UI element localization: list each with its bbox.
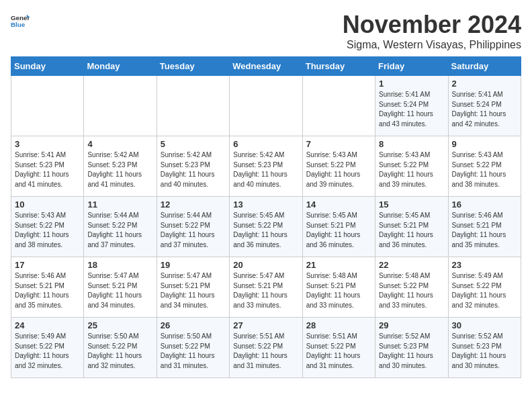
calendar-cell: 21Sunrise: 5:48 AM Sunset: 5:21 PM Dayli… bbox=[302, 257, 375, 318]
calendar-cell: 11Sunrise: 5:44 AM Sunset: 5:22 PM Dayli… bbox=[84, 197, 157, 257]
day-info: Sunrise: 5:41 AM Sunset: 5:23 PM Dayligh… bbox=[15, 150, 80, 189]
day-info: Sunrise: 5:48 AM Sunset: 5:21 PM Dayligh… bbox=[306, 271, 371, 310]
day-number: 28 bbox=[306, 320, 371, 330]
day-number: 2 bbox=[452, 79, 517, 89]
day-info: Sunrise: 5:42 AM Sunset: 5:23 PM Dayligh… bbox=[233, 150, 298, 189]
day-number: 24 bbox=[15, 320, 80, 330]
calendar-cell: 8Sunrise: 5:43 AM Sunset: 5:22 PM Daylig… bbox=[375, 136, 448, 197]
calendar-cell: 17Sunrise: 5:46 AM Sunset: 5:21 PM Dayli… bbox=[11, 257, 84, 318]
day-info: Sunrise: 5:43 AM Sunset: 5:22 PM Dayligh… bbox=[452, 150, 517, 189]
day-number: 1 bbox=[379, 79, 444, 89]
calendar-cell: 1Sunrise: 5:41 AM Sunset: 5:24 PM Daylig… bbox=[375, 76, 448, 136]
day-number: 9 bbox=[452, 139, 517, 149]
page-header: General Blue November 2024 Sigma, Wester… bbox=[11, 11, 521, 51]
calendar-cell bbox=[84, 76, 157, 136]
day-number: 22 bbox=[379, 260, 444, 270]
calendar-cell: 23Sunrise: 5:49 AM Sunset: 5:22 PM Dayli… bbox=[448, 257, 521, 318]
day-info: Sunrise: 5:47 AM Sunset: 5:21 PM Dayligh… bbox=[233, 271, 298, 310]
calendar-week-3: 10Sunrise: 5:43 AM Sunset: 5:22 PM Dayli… bbox=[11, 197, 521, 257]
day-info: Sunrise: 5:51 AM Sunset: 5:22 PM Dayligh… bbox=[306, 332, 371, 371]
calendar-cell: 6Sunrise: 5:42 AM Sunset: 5:23 PM Daylig… bbox=[230, 136, 302, 197]
calendar-cell: 15Sunrise: 5:45 AM Sunset: 5:21 PM Dayli… bbox=[375, 197, 448, 257]
day-info: Sunrise: 5:45 AM Sunset: 5:22 PM Dayligh… bbox=[233, 211, 298, 250]
svg-text:Blue: Blue bbox=[11, 21, 26, 28]
calendar-week-5: 24Sunrise: 5:49 AM Sunset: 5:22 PM Dayli… bbox=[11, 318, 521, 378]
weekday-header-thursday: Thursday bbox=[302, 57, 375, 76]
day-number: 30 bbox=[452, 320, 517, 330]
day-info: Sunrise: 5:48 AM Sunset: 5:22 PM Dayligh… bbox=[379, 271, 444, 310]
calendar-cell: 13Sunrise: 5:45 AM Sunset: 5:22 PM Dayli… bbox=[230, 197, 302, 257]
day-number: 14 bbox=[306, 199, 371, 210]
weekday-header-row: SundayMondayTuesdayWednesdayThursdayFrid… bbox=[11, 57, 521, 76]
day-info: Sunrise: 5:46 AM Sunset: 5:21 PM Dayligh… bbox=[15, 271, 80, 310]
calendar-cell: 5Sunrise: 5:42 AM Sunset: 5:23 PM Daylig… bbox=[157, 136, 229, 197]
day-number: 27 bbox=[233, 320, 298, 330]
day-info: Sunrise: 5:41 AM Sunset: 5:24 PM Dayligh… bbox=[379, 90, 444, 129]
day-info: Sunrise: 5:44 AM Sunset: 5:22 PM Dayligh… bbox=[87, 211, 152, 250]
calendar-cell: 26Sunrise: 5:50 AM Sunset: 5:22 PM Dayli… bbox=[157, 318, 229, 378]
calendar-table: SundayMondayTuesdayWednesdayThursdayFrid… bbox=[11, 56, 521, 378]
calendar-cell bbox=[11, 76, 84, 136]
calendar-cell: 16Sunrise: 5:46 AM Sunset: 5:21 PM Dayli… bbox=[448, 197, 521, 257]
calendar-cell: 12Sunrise: 5:44 AM Sunset: 5:22 PM Dayli… bbox=[157, 197, 229, 257]
calendar-cell bbox=[157, 76, 229, 136]
day-number: 20 bbox=[233, 260, 298, 270]
day-number: 12 bbox=[161, 199, 226, 210]
day-number: 7 bbox=[306, 139, 371, 149]
weekday-header-sunday: Sunday bbox=[11, 57, 84, 76]
calendar-cell bbox=[230, 76, 302, 136]
day-info: Sunrise: 5:47 AM Sunset: 5:21 PM Dayligh… bbox=[161, 271, 226, 310]
title-block: November 2024 Sigma, Western Visayas, Ph… bbox=[343, 11, 521, 51]
calendar-cell: 3Sunrise: 5:41 AM Sunset: 5:23 PM Daylig… bbox=[11, 136, 84, 197]
day-number: 13 bbox=[233, 199, 298, 210]
day-info: Sunrise: 5:49 AM Sunset: 5:22 PM Dayligh… bbox=[452, 271, 517, 310]
day-number: 6 bbox=[233, 139, 298, 149]
day-info: Sunrise: 5:50 AM Sunset: 5:22 PM Dayligh… bbox=[161, 332, 226, 371]
day-info: Sunrise: 5:43 AM Sunset: 5:22 PM Dayligh… bbox=[306, 150, 371, 189]
calendar-cell: 4Sunrise: 5:42 AM Sunset: 5:23 PM Daylig… bbox=[84, 136, 157, 197]
calendar-cell: 25Sunrise: 5:50 AM Sunset: 5:22 PM Dayli… bbox=[84, 318, 157, 378]
day-number: 26 bbox=[161, 320, 226, 330]
day-info: Sunrise: 5:44 AM Sunset: 5:22 PM Dayligh… bbox=[161, 211, 226, 250]
weekday-header-monday: Monday bbox=[84, 57, 157, 76]
day-info: Sunrise: 5:41 AM Sunset: 5:24 PM Dayligh… bbox=[452, 90, 517, 129]
calendar-cell: 24Sunrise: 5:49 AM Sunset: 5:22 PM Dayli… bbox=[11, 318, 84, 378]
day-number: 18 bbox=[87, 260, 152, 270]
day-number: 5 bbox=[161, 139, 226, 149]
weekday-header-friday: Friday bbox=[375, 57, 448, 76]
day-info: Sunrise: 5:42 AM Sunset: 5:23 PM Dayligh… bbox=[87, 150, 152, 189]
weekday-header-tuesday: Tuesday bbox=[157, 57, 229, 76]
day-number: 21 bbox=[306, 260, 371, 270]
day-number: 23 bbox=[452, 260, 517, 270]
logo-icon: General Blue bbox=[11, 11, 30, 30]
day-info: Sunrise: 5:50 AM Sunset: 5:22 PM Dayligh… bbox=[87, 332, 152, 371]
calendar-cell: 27Sunrise: 5:51 AM Sunset: 5:22 PM Dayli… bbox=[230, 318, 302, 378]
calendar-cell: 14Sunrise: 5:45 AM Sunset: 5:21 PM Dayli… bbox=[302, 197, 375, 257]
day-info: Sunrise: 5:45 AM Sunset: 5:21 PM Dayligh… bbox=[306, 211, 371, 250]
calendar-cell: 2Sunrise: 5:41 AM Sunset: 5:24 PM Daylig… bbox=[448, 76, 521, 136]
location: Sigma, Western Visayas, Philippines bbox=[343, 39, 521, 51]
day-info: Sunrise: 5:46 AM Sunset: 5:21 PM Dayligh… bbox=[452, 211, 517, 250]
calendar-cell: 20Sunrise: 5:47 AM Sunset: 5:21 PM Dayli… bbox=[230, 257, 302, 318]
calendar-cell: 7Sunrise: 5:43 AM Sunset: 5:22 PM Daylig… bbox=[302, 136, 375, 197]
day-info: Sunrise: 5:45 AM Sunset: 5:21 PM Dayligh… bbox=[379, 211, 444, 250]
day-info: Sunrise: 5:52 AM Sunset: 5:23 PM Dayligh… bbox=[379, 332, 444, 371]
day-info: Sunrise: 5:43 AM Sunset: 5:22 PM Dayligh… bbox=[379, 150, 444, 189]
logo: General Blue bbox=[11, 11, 30, 30]
calendar-week-2: 3Sunrise: 5:41 AM Sunset: 5:23 PM Daylig… bbox=[11, 136, 521, 197]
day-info: Sunrise: 5:43 AM Sunset: 5:22 PM Dayligh… bbox=[15, 211, 80, 250]
day-number: 25 bbox=[87, 320, 152, 330]
calendar-cell: 10Sunrise: 5:43 AM Sunset: 5:22 PM Dayli… bbox=[11, 197, 84, 257]
calendar-cell: 28Sunrise: 5:51 AM Sunset: 5:22 PM Dayli… bbox=[302, 318, 375, 378]
weekday-header-wednesday: Wednesday bbox=[230, 57, 302, 76]
day-number: 16 bbox=[452, 199, 517, 210]
day-number: 8 bbox=[379, 139, 444, 149]
calendar-week-4: 17Sunrise: 5:46 AM Sunset: 5:21 PM Dayli… bbox=[11, 257, 521, 318]
day-number: 4 bbox=[87, 139, 152, 149]
calendar-cell: 22Sunrise: 5:48 AM Sunset: 5:22 PM Dayli… bbox=[375, 257, 448, 318]
day-info: Sunrise: 5:47 AM Sunset: 5:21 PM Dayligh… bbox=[87, 271, 152, 310]
calendar-cell: 9Sunrise: 5:43 AM Sunset: 5:22 PM Daylig… bbox=[448, 136, 521, 197]
day-info: Sunrise: 5:42 AM Sunset: 5:23 PM Dayligh… bbox=[161, 150, 226, 189]
day-number: 17 bbox=[15, 260, 80, 270]
day-number: 29 bbox=[379, 320, 444, 330]
